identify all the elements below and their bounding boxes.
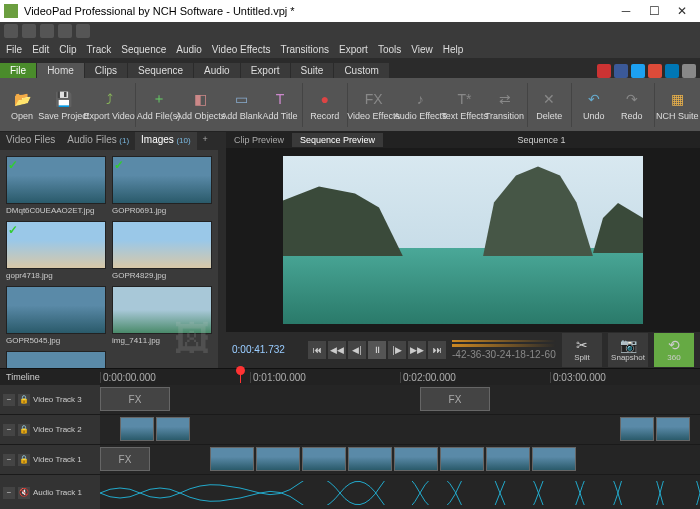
next-frame-button[interactable]: |▶ [388,341,406,359]
tab-sequence-preview[interactable]: Sequence Preview [292,133,383,147]
track-header-a1[interactable]: −🔇Audio Track 1 [0,475,100,509]
clip-video[interactable] [486,447,530,471]
undo-button[interactable]: ↶Undo [576,87,612,123]
lock-icon[interactable]: 🔒 [18,454,30,466]
tab-sequence[interactable]: Sequence [128,63,193,78]
menu-clip[interactable]: Clip [59,44,76,55]
audio-effects-button[interactable]: ♪Audio Effects [398,87,443,123]
bin-tab-images[interactable]: Images (10) [135,132,197,150]
menu-export[interactable]: Export [339,44,368,55]
clip-video[interactable] [156,417,190,441]
record-button[interactable]: ●Record [307,87,343,123]
tab-file[interactable]: File [0,63,36,78]
transition-button[interactable]: ⇄Transition [487,87,523,123]
track-body-v1[interactable]: FX [100,445,700,474]
qat-save-icon[interactable] [40,24,54,38]
rewind-button[interactable]: ◀◀ [328,341,346,359]
menu-videoeffects[interactable]: Video Effects [212,44,271,55]
goto-start-button[interactable]: ⏮ [308,341,326,359]
lock-icon[interactable]: 🔒 [18,424,30,436]
clip-video[interactable] [210,447,254,471]
timeline-ruler[interactable]: 0:00:00.0000:01:00.0000:02:00.0000:03:00… [100,372,700,383]
tab-clips[interactable]: Clips [85,63,127,78]
export-video-button[interactable]: ⤴Export Video [87,87,131,123]
google-icon[interactable] [648,64,662,78]
tab-home[interactable]: Home [37,63,84,78]
thumb-item[interactable] [6,351,106,368]
split-button[interactable]: ✂Split [562,333,602,367]
clip-video[interactable] [440,447,484,471]
preview-canvas[interactable] [226,148,700,332]
thumb-item[interactable]: GOPR5045.jpg [6,286,106,345]
clip-video[interactable] [120,417,154,441]
menu-audio[interactable]: Audio [176,44,202,55]
clip-fx[interactable]: FX [100,387,170,411]
clip-video[interactable] [394,447,438,471]
track-body-v2[interactable] [100,415,700,444]
minimize-button[interactable]: ─ [612,4,640,18]
clip-video[interactable] [302,447,346,471]
save-project-button[interactable]: 💾Save Project [42,87,85,123]
snapshot-button[interactable]: 📷Snapshot [608,333,648,367]
qat-undo-icon[interactable] [58,24,72,38]
maximize-button[interactable]: ☐ [640,4,668,18]
add-blank-button[interactable]: ▭Add Blank [224,87,260,123]
tab-audio[interactable]: Audio [194,63,240,78]
like-icon[interactable] [597,64,611,78]
playhead[interactable] [240,372,241,383]
collapse-icon[interactable]: − [3,424,15,436]
linkedin-icon[interactable] [665,64,679,78]
mute-icon[interactable]: 🔇 [18,487,30,499]
add-title-button[interactable]: TAdd Title [262,87,298,123]
open-button[interactable]: 📂Open [4,87,40,123]
clip-video[interactable] [256,447,300,471]
track-header-v3[interactable]: −🔒Video Track 3 [0,385,100,414]
qat-open-icon[interactable] [22,24,36,38]
menu-sequence[interactable]: Sequence [121,44,166,55]
clip-video[interactable] [620,417,654,441]
collapse-icon[interactable]: − [3,487,15,499]
goto-end-button[interactable]: ⏭ [428,341,446,359]
redo-button[interactable]: ↷Redo [614,87,650,123]
bin-tab-add[interactable]: + [197,132,214,150]
close-button[interactable]: ✕ [668,4,696,18]
menu-view[interactable]: View [411,44,433,55]
thumb-item[interactable]: ✓gopr4718.jpg [6,221,106,280]
bin-tab-audio[interactable]: Audio Files (1) [61,132,135,150]
track-body-v3[interactable]: FX FX [100,385,700,414]
tab-clip-preview[interactable]: Clip Preview [226,133,292,147]
qat-new-icon[interactable] [4,24,18,38]
tab-suite[interactable]: Suite [291,63,334,78]
track-header-v1[interactable]: −🔒Video Track 1 [0,445,100,474]
prev-frame-button[interactable]: ◀| [348,341,366,359]
lock-icon[interactable]: 🔒 [18,394,30,406]
tab-custom[interactable]: Custom [334,63,388,78]
track-header-v2[interactable]: −🔒Video Track 2 [0,415,100,444]
thumb-item[interactable]: ✓DMqt6C0UEAAO2ET.jpg [6,156,106,215]
thumb-item[interactable]: ✓GOPR0691.jpg [112,156,212,215]
clip-fx[interactable]: FX [100,447,150,471]
delete-button[interactable]: ✕Delete [531,87,567,123]
add-files-button[interactable]: ＋Add File(s) [140,87,178,123]
qat-redo-icon[interactable] [76,24,90,38]
clip-video[interactable] [532,447,576,471]
facebook-icon[interactable] [614,64,628,78]
track-body-a1[interactable] [100,475,700,509]
menu-tools[interactable]: Tools [378,44,401,55]
menu-help[interactable]: Help [443,44,464,55]
clip-video[interactable] [348,447,392,471]
clip-video[interactable] [656,417,690,441]
360-button[interactable]: ⟲360 [654,333,694,367]
splitter[interactable] [218,132,226,368]
text-effects-button[interactable]: T*Text Effects [444,87,484,123]
video-effects-button[interactable]: FXVideo Effects [351,87,395,123]
play-pause-button[interactable]: ⏸ [368,341,386,359]
twitter-icon[interactable] [631,64,645,78]
menu-edit[interactable]: Edit [32,44,49,55]
thumb-item[interactable]: GOPR4829.jpg [112,221,212,280]
menu-track[interactable]: Track [87,44,112,55]
menu-transitions[interactable]: Transitions [280,44,329,55]
share-icon[interactable] [682,64,696,78]
bin-tab-video[interactable]: Video Files [0,132,61,150]
nch-suite-button[interactable]: ▦NCH Suite [659,87,696,123]
